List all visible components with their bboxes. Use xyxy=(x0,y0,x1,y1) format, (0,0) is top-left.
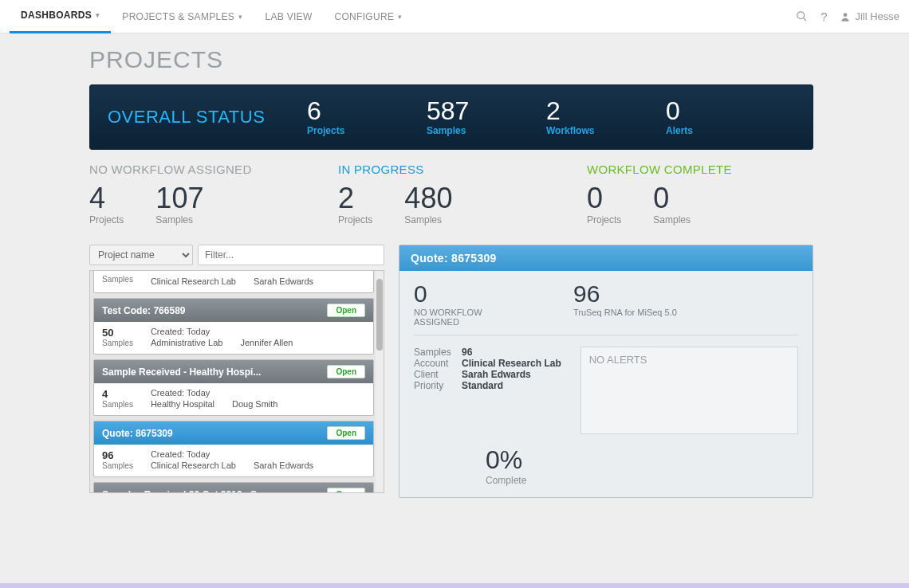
card-title: Samples Received 30 Oct 2016 - S... xyxy=(102,489,265,494)
alerts-label: NO ALERTS xyxy=(589,354,647,366)
card-contact: Jennifer Allen xyxy=(240,338,293,347)
stat-caption: Workflows xyxy=(546,125,666,136)
kv-value: Sarah Edwards xyxy=(462,369,531,380)
card-count: 50 xyxy=(102,327,133,339)
open-button[interactable]: Open xyxy=(327,488,365,493)
substatus-title: IN PROGRESS xyxy=(338,163,565,176)
card-count: 4 xyxy=(102,388,133,400)
chevron-down-icon: ▾ xyxy=(238,13,242,21)
svg-line-1 xyxy=(803,18,806,21)
stat-number: 2 xyxy=(338,184,372,213)
substatus-no-workflow: NO WORKFLOW ASSIGNED 4 Projects 107 Samp… xyxy=(89,163,316,225)
overall-stat-samples: 587 Samples xyxy=(427,98,546,136)
nav-label: CONFIGURE xyxy=(335,11,395,22)
card-org: Administrative Lab xyxy=(151,338,223,347)
detail-workflow: 96 TruSeq RNA for MiSeq 5.0 xyxy=(573,282,677,327)
nav-configure[interactable]: CONFIGURE ▾ xyxy=(324,0,414,33)
kv-key: Samples xyxy=(414,347,462,358)
overall-stat-projects: 6 Projects xyxy=(307,98,427,136)
nav-lab-view[interactable]: LAB VIEW xyxy=(254,0,323,33)
scrollbar[interactable] xyxy=(376,271,384,492)
detail-title: Quote: 8675309 xyxy=(399,245,813,271)
stat-number: 0 xyxy=(587,184,621,213)
stat-number: 480 xyxy=(404,184,452,213)
user-menu[interactable]: Jill Hesse xyxy=(840,10,899,22)
nav-projects-samples[interactable]: PROJECTS & SAMPLES ▾ xyxy=(111,0,254,33)
card-created: Created: Today xyxy=(151,449,313,459)
stat-caption: NO WORKFLOW ASSIGNED xyxy=(414,308,525,327)
filter-field-select[interactable]: Project name xyxy=(89,245,193,265)
card-count-label: Samples xyxy=(102,275,133,284)
overall-status-bar: OVERALL STATUS 6 Projects 587 Samples 2 … xyxy=(89,84,813,150)
filter-input[interactable] xyxy=(198,245,384,265)
stat-number: 587 xyxy=(427,98,546,123)
kv-row: ClientSarah Edwards xyxy=(414,369,561,380)
alerts-box: NO ALERTS xyxy=(580,347,798,434)
user-name: Jill Hesse xyxy=(855,10,899,22)
stat-caption: Samples xyxy=(427,125,546,136)
kv-row: Samples96 xyxy=(414,347,561,358)
card-title: Test Code: 766589 xyxy=(102,305,186,316)
kv-key: Client xyxy=(414,369,462,380)
stat-caption: TruSeq RNA for MiSeq 5.0 xyxy=(573,308,677,317)
stat-number: 6 xyxy=(307,98,427,123)
stat-caption: Alerts xyxy=(666,125,785,136)
search-icon[interactable] xyxy=(790,6,813,28)
bottom-accent-bar xyxy=(0,583,909,588)
stat-number: 0 xyxy=(653,184,691,213)
card-contact: Doug Smith xyxy=(232,399,277,409)
card-count: 96 xyxy=(102,449,133,461)
project-card[interactable]: Sample Received - Healthy Hospi... Open … xyxy=(93,359,374,416)
stat-caption: Projects xyxy=(338,214,372,225)
stat-caption: Projects xyxy=(307,125,427,136)
open-button[interactable]: Open xyxy=(327,365,365,378)
card-count-label: Samples xyxy=(102,339,133,347)
stat-number: 0 xyxy=(414,282,525,306)
substatus-row: NO WORKFLOW ASSIGNED 4 Projects 107 Samp… xyxy=(89,163,813,225)
stat-number: 96 xyxy=(573,282,677,306)
nav-label: PROJECTS & SAMPLES xyxy=(122,11,234,22)
project-card[interactable]: Test Code: 766589 Open 50 Samples Create… xyxy=(93,298,374,355)
user-icon xyxy=(840,11,851,22)
help-icon[interactable]: ? xyxy=(813,6,835,28)
project-list: Samples Clinical Research Lab Sarah Edwa… xyxy=(89,270,384,493)
open-button[interactable]: Open xyxy=(327,426,365,440)
stat-caption: Samples xyxy=(404,214,452,225)
open-button[interactable]: Open xyxy=(327,304,365,317)
card-org: Clinical Research Lab xyxy=(151,461,236,470)
overall-stat-workflows: 2 Workflows xyxy=(546,98,666,136)
card-title: Quote: 8675309 xyxy=(102,428,173,439)
detail-no-workflow: 0 NO WORKFLOW ASSIGNED xyxy=(414,282,525,327)
substatus-title: NO WORKFLOW ASSIGNED xyxy=(89,163,316,176)
stat-number: 0% xyxy=(486,445,798,475)
svg-point-2 xyxy=(844,13,848,17)
nav-dashboards[interactable]: DASHBOARDS ▾ xyxy=(10,0,111,33)
substatus-title: WORKFLOW COMPLETE xyxy=(587,163,813,176)
chevron-down-icon: ▾ xyxy=(96,11,100,19)
kv-row: AccountClinical Research Lab xyxy=(414,358,561,369)
stat-number: 4 xyxy=(89,184,124,213)
project-list-pane: Project name Samples Clinical Research L… xyxy=(89,245,384,498)
project-card[interactable]: Samples Clinical Research Lab Sarah Edwa… xyxy=(93,270,374,293)
stat-caption: Complete xyxy=(486,475,798,486)
kv-value: Standard xyxy=(462,380,503,391)
stat-caption: Samples xyxy=(155,214,203,225)
top-nav: DASHBOARDS ▾ PROJECTS & SAMPLES ▾ LAB VI… xyxy=(0,0,909,33)
project-detail-panel: Quote: 8675309 0 NO WORKFLOW ASSIGNED 96… xyxy=(399,245,813,498)
svg-point-0 xyxy=(797,12,805,19)
kv-key: Priority xyxy=(414,380,462,391)
kv-key: Account xyxy=(414,358,462,369)
stat-number: 0 xyxy=(666,98,785,123)
scrollbar-thumb[interactable] xyxy=(376,279,383,351)
stat-caption: Samples xyxy=(653,214,691,225)
project-card[interactable]: Samples Received 30 Oct 2016 - S... Open… xyxy=(93,482,374,493)
project-card[interactable]: Quote: 8675309 Open 96 Samples Created: … xyxy=(93,421,374,477)
kv-value: 96 xyxy=(462,347,472,358)
substatus-in-progress: IN PROGRESS 2 Projects 480 Samples xyxy=(338,163,565,225)
detail-percent-complete: 0% Complete xyxy=(486,445,798,486)
detail-kv-list: Samples96AccountClinical Research LabCli… xyxy=(414,347,561,434)
card-created: Created: Today xyxy=(151,388,278,398)
kv-value: Clinical Research Lab xyxy=(462,358,561,369)
stat-caption: Projects xyxy=(89,214,124,225)
overall-stat-alerts: 0 Alerts xyxy=(666,98,785,136)
